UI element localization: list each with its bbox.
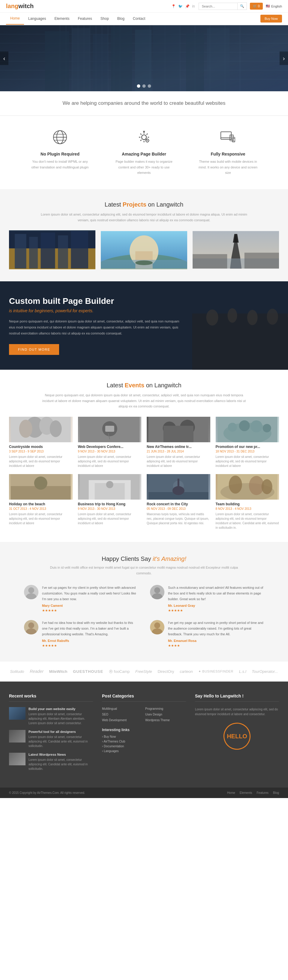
event-desc-7: Maecenas turpis turpis, vehicula sed mat… <box>147 512 210 525</box>
testimonial-2-name: Mr. Leonard Gray <box>168 604 195 608</box>
event-img-8[interactable] <box>216 474 279 500</box>
hero-prev-arrow[interactable]: ‹ <box>0 52 8 65</box>
search-input[interactable] <box>199 3 237 10</box>
page-builder-section: Custom built Page Builder is intuitive f… <box>0 281 288 370</box>
cat-seo[interactable]: SEO <box>102 713 143 716</box>
testimonials-section: Happy Clients Say it's Amazing! Duis in … <box>0 542 288 662</box>
hello-stamp: HELLO <box>220 720 253 753</box>
feature-1: No Plugin Required You don't need to ins… <box>30 129 90 176</box>
events-suffix: on Langwitch <box>146 382 182 388</box>
events-latest: Latest <box>106 382 123 388</box>
nav-blog[interactable]: Blog <box>113 13 129 24</box>
cat-wordpress[interactable]: Wordpress Theme <box>145 719 186 722</box>
feature-3-title: Fully Responsive <box>198 152 258 156</box>
event-img-7[interactable] <box>147 474 210 500</box>
svg-line-56 <box>146 142 146 142</box>
event-img-2[interactable] <box>78 417 142 442</box>
event-date-7: 05 NOV 2013 - 09 DEC 2013 <box>147 507 210 511</box>
event-img-5[interactable] <box>9 474 73 500</box>
event-date-1: 3 SEP 2013 - 9 SEP 2013 <box>9 450 73 453</box>
project-img-1[interactable] <box>9 230 95 269</box>
footer-nav-elements[interactable]: Elements <box>240 791 252 794</box>
nav-languages[interactable]: Languages <box>24 13 50 24</box>
project-img-3[interactable] <box>193 230 279 269</box>
svg-point-139 <box>154 622 160 628</box>
testimonial-4-name: Mr. Emanuel Rosa <box>168 639 196 643</box>
event-card-5: Holiday on the beach 31 OCT 2013 - 4 NOV… <box>9 474 73 530</box>
testimonial-4-stars: ★★★★ <box>168 644 264 648</box>
event-card-1: Countryside moods 3 SEP 2013 - 9 SEP 201… <box>9 417 73 468</box>
svg-point-88 <box>228 309 237 323</box>
event-title-1: Countryside moods <box>9 445 73 449</box>
main-nav: Home Languages Elements Features Shop Bl… <box>0 13 288 25</box>
event-img-1[interactable] <box>9 417 73 442</box>
event-img-6[interactable] <box>78 474 142 500</box>
footer-nav-home[interactable]: Home <box>227 791 235 794</box>
recent-title-1: Build your own website easily <box>28 707 93 711</box>
header: langwitch 📍 🐦 📌 in 🔍 🛒 0 🇺🇸 English <box>0 0 288 13</box>
nav-elements[interactable]: Elements <box>50 13 73 24</box>
footer-nav-features[interactable]: Features <box>257 791 269 794</box>
hero-dot-1[interactable] <box>137 84 141 88</box>
event-img-4[interactable] <box>216 417 279 442</box>
footer-link-airthemes[interactable]: › AirThemes Club <box>102 740 186 743</box>
language-selector[interactable]: 🇺🇸 English <box>266 4 282 8</box>
partner-reader: Reader <box>30 669 43 674</box>
svg-rect-69 <box>29 237 38 269</box>
footer-nav-blog[interactable]: Blog <box>273 791 279 794</box>
hero-dot-3[interactable] <box>148 84 151 88</box>
event-date-8: 8 NOV 2013 - 4 NOV 2013 <box>216 507 279 511</box>
svg-rect-105 <box>163 426 193 442</box>
svg-point-87 <box>206 310 218 326</box>
projects-grid <box>9 230 279 269</box>
cat-programming[interactable]: Programming <box>145 707 186 710</box>
event-date-5: 31 OCT 2013 - 4 NOV 2013 <box>9 507 73 511</box>
cat-usev-design[interactable]: Usev Design <box>145 713 186 716</box>
logo[interactable]: langwitch <box>6 3 33 10</box>
page-builder-title: Custom built Page Builder <box>9 296 183 306</box>
event-card-3: New AirThemes online tr... 21 JUN 2013 -… <box>147 417 210 468</box>
event-title-4: Promotion of our new pr... <box>216 445 279 449</box>
avatar-4 <box>150 620 165 635</box>
cat-multilingual[interactable]: Multilingual <box>102 707 143 710</box>
partner-milewitch: MileWitch <box>49 669 68 674</box>
recent-desc-2: Lorem ipsum dolor sit amet, consectetur … <box>28 735 93 748</box>
svg-point-128 <box>261 479 272 494</box>
event-img-3[interactable] <box>147 417 210 442</box>
testimonials-label: Happy Clients Say <box>102 555 151 562</box>
nav-home[interactable]: Home <box>6 13 24 25</box>
testimonials-title: Happy Clients Say it's Amazing! <box>9 555 279 562</box>
footer-link-buy[interactable]: › Buy Now <box>102 735 186 738</box>
hero-next-arrow[interactable]: › <box>280 52 288 65</box>
nav-features[interactable]: Features <box>73 13 96 24</box>
pinterest-icon: 📌 <box>185 4 190 8</box>
events-grid-top: Countryside moods 3 SEP 2013 - 9 SEP 201… <box>9 417 279 468</box>
feature-1-desc: You don't need to install WPML or any ot… <box>30 159 90 170</box>
svg-line-54 <box>149 142 149 142</box>
project-img-2[interactable] <box>101 230 187 269</box>
twitter-icon: 🐦 <box>178 4 183 8</box>
event-desc-6: Lorem ipsum dolor sit amet, consectetur … <box>78 512 142 525</box>
cat-web-dev[interactable]: Web Development <box>102 719 143 722</box>
hero-dot-2[interactable] <box>142 84 146 88</box>
event-card-4: Promotion of our new pr... 18 NOV 2013 -… <box>216 417 279 468</box>
testimonial-2-text: Such a revolutionary and smart admin! Al… <box>168 585 264 602</box>
footer-bottom: © 2015 Copyright by AirThemes.Com. All r… <box>0 788 288 798</box>
location-icon: 📍 <box>171 4 176 8</box>
lang-label: English <box>271 5 282 8</box>
page-builder-subtitle: is intuitive for beginners, powerful for… <box>9 309 183 313</box>
buy-now-button[interactable]: Buy Now <box>260 15 282 22</box>
footer-copyright: © 2015 Copyright by AirThemes.Com. All r… <box>9 791 85 794</box>
find-out-more-button[interactable]: FIND OUT MORE <box>9 344 59 355</box>
hello-stamp-text: HELLO <box>227 733 247 740</box>
avatar-3 <box>24 620 38 635</box>
nav-contact[interactable]: Contact <box>129 13 149 24</box>
partners-section: Solitudo Reader MileWitch GUESTHOUSE ⦿ f… <box>0 661 288 682</box>
footer-link-lang[interactable]: › Languages <box>102 749 186 753</box>
nav-shop[interactable]: Shop <box>96 13 113 24</box>
footer-link-docs[interactable]: › Documentation <box>102 745 186 748</box>
testimonial-2-content: Such a revolutionary and smart admin! Al… <box>168 585 264 612</box>
search-icon[interactable]: 🔍 <box>237 2 247 10</box>
cart-button[interactable]: 🛒 0 <box>250 3 263 10</box>
interesting-links-title: Interesting links <box>102 728 186 732</box>
